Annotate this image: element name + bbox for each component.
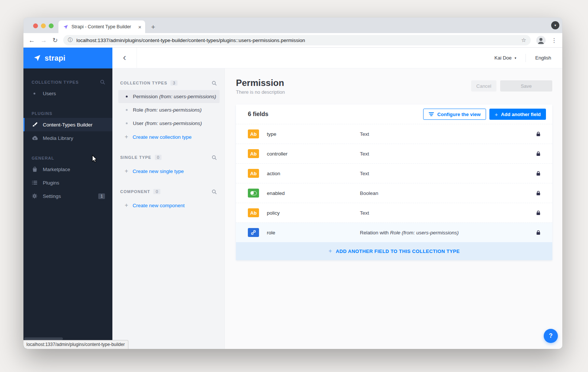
field-type: Text: [360, 171, 536, 176]
add-another-field-button[interactable]: + Add another field: [489, 109, 546, 120]
text-field-icon: Ab: [248, 208, 259, 217]
language-selector[interactable]: English: [535, 55, 551, 61]
reload-icon[interactable]: ↻: [52, 37, 58, 44]
fields-count: 6 fields: [248, 111, 268, 118]
close-tab-icon[interactable]: ×: [138, 24, 141, 30]
subnav-section-label: SINGLE TYPE: [120, 155, 151, 160]
sidebar-item-marketplace[interactable]: Marketplace: [23, 163, 112, 176]
search-icon[interactable]: [212, 81, 217, 86]
plus-icon: +: [125, 202, 128, 208]
field-name: role: [267, 230, 360, 235]
download-status-button[interactable]: ▾: [551, 21, 559, 29]
mouse-cursor: [92, 155, 98, 163]
section-label: GENERAL: [32, 156, 54, 160]
sidebar-item-plugins[interactable]: Plugins: [23, 176, 112, 189]
subnav-item-user[interactable]: User(from: users-permissions): [118, 117, 220, 130]
subnav-item-label: Permission(from: users-permissions): [133, 94, 216, 99]
field-row-controller[interactable]: Ab controller Text: [236, 144, 552, 163]
subnav-item-permission[interactable]: Permission(from: users-permissions): [118, 90, 220, 103]
sidebar-item-users[interactable]: Users: [23, 87, 112, 100]
browser-menu-icon[interactable]: ⋮: [551, 37, 557, 44]
create-link-label: Create new collection type: [132, 134, 191, 140]
subnav-section-label: COLLECTION TYPES: [120, 81, 167, 85]
close-window-button[interactable]: [33, 23, 38, 28]
bullet-icon: [126, 109, 128, 111]
minimize-window-button[interactable]: [41, 23, 46, 28]
back-button[interactable]: ‹: [112, 48, 137, 68]
browser-tab-strip: Strapi - Content Type Builder × + ▾: [23, 17, 562, 33]
field-row-role[interactable]: role Relation with Role (from: users-per…: [236, 222, 552, 242]
strapi-favicon: [63, 24, 68, 30]
bullet-icon: [33, 93, 35, 94]
create-component-link[interactable]: + Create new component: [112, 199, 225, 212]
section-label: COLLECTION TYPES: [32, 80, 79, 84]
search-icon[interactable]: [100, 80, 105, 84]
fields-card: 6 fields Configure the view + Add anothe…: [236, 105, 552, 260]
fields-card-header: 6 fields Configure the view + Add anothe…: [236, 105, 552, 124]
profile-avatar-icon[interactable]: [536, 36, 546, 45]
zoom-window-button[interactable]: [49, 23, 54, 28]
banner-label: ADD ANOTHER FIELD TO THIS COLLECTION TYP…: [336, 248, 460, 254]
browser-toolbar: ← → ↻ ⓘ localhost:1337/admin/plugins/con…: [23, 33, 562, 48]
save-button[interactable]: Save: [500, 80, 552, 92]
search-icon[interactable]: [212, 155, 217, 160]
sidebar-section-collection-types: COLLECTION TYPES Users: [23, 80, 112, 100]
page-subtitle: There is no description: [236, 89, 285, 95]
link-status-bar: localhost:1337/admin/plugins/content-typ…: [23, 340, 128, 349]
field-row-policy[interactable]: Ab policy Text: [236, 203, 552, 222]
bullet-icon: [126, 96, 128, 97]
subnav-section-header: COLLECTION TYPES 3: [112, 80, 225, 86]
shopping-bag-icon: [32, 167, 38, 172]
plus-icon: +: [329, 248, 332, 254]
create-collection-type-link[interactable]: + Create new collection type: [112, 130, 225, 144]
sidebar-item-media-library[interactable]: Media Library: [23, 131, 112, 145]
app-body: COLLECTION TYPES 3 Permission(from: user…: [112, 68, 562, 349]
subnav-section-label: COMPONENT: [120, 189, 150, 194]
sidebar-section-general: GENERAL Marketplace Plugins Settings 1: [23, 156, 112, 203]
field-row-enabled[interactable]: enabled Boolean: [236, 183, 552, 203]
search-icon[interactable]: [212, 189, 217, 194]
configure-view-label: Configure the view: [437, 112, 480, 117]
back-icon[interactable]: ←: [29, 37, 35, 44]
configure-view-button[interactable]: Configure the view: [423, 109, 486, 120]
list-icon: [32, 180, 38, 185]
bullet-icon: [126, 122, 128, 124]
subnav-section-header: SINGLE TYPE 0: [112, 155, 225, 160]
field-row-type[interactable]: Ab type Text: [236, 124, 552, 144]
field-name: type: [267, 131, 360, 137]
strapi-logo-icon: [33, 54, 41, 62]
sidebar-scrollbar[interactable]: [24, 337, 63, 340]
tab-title: Strapi - Content Type Builder: [71, 24, 135, 29]
add-field-banner[interactable]: + ADD ANOTHER FIELD TO THIS COLLECTION T…: [236, 242, 552, 260]
strapi-logo[interactable]: strapi: [23, 48, 112, 68]
sidebar-item-settings[interactable]: Settings 1: [23, 189, 112, 203]
sidebar-item-content-types-builder[interactable]: Content-Types Builder: [23, 118, 112, 131]
browser-tab[interactable]: Strapi - Content Type Builder ×: [58, 20, 145, 33]
browser-window: Strapi - Content Type Builder × + ▾ ← → …: [23, 17, 562, 349]
count-badge: 3: [170, 80, 177, 86]
sidebar-section-header: PLUGINS: [23, 111, 112, 116]
sliders-icon: [429, 112, 434, 116]
plus-icon: +: [125, 134, 128, 140]
sidebar-item-label: Settings: [43, 193, 61, 199]
url-text[interactable]: localhost:1337/admin/plugins/content-typ…: [76, 38, 517, 43]
count-badge: 0: [155, 155, 162, 160]
info-icon[interactable]: ⓘ: [68, 37, 73, 44]
field-type: Text: [360, 151, 536, 157]
page-actions: Cancel Save: [471, 80, 552, 92]
bookmark-star-icon[interactable]: ☆: [521, 37, 526, 44]
forward-icon[interactable]: →: [41, 37, 47, 44]
address-bar[interactable]: ⓘ localhost:1337/admin/plugins/content-t…: [63, 35, 531, 45]
lock-icon: [536, 132, 540, 137]
subnav-collection-types: COLLECTION TYPES 3 Permission(from: user…: [112, 80, 225, 144]
new-tab-button[interactable]: +: [151, 23, 155, 31]
header-divider: [525, 54, 526, 62]
subnav-item-role[interactable]: Role(from: users-permissions): [118, 103, 220, 116]
cancel-button[interactable]: Cancel: [471, 80, 496, 92]
app-header: ‹ Kai Doe ▾ English: [112, 48, 562, 68]
field-row-action[interactable]: Ab action Text: [236, 163, 552, 183]
help-button[interactable]: ?: [544, 329, 558, 343]
user-menu[interactable]: Kai Doe ▾: [495, 55, 517, 61]
plus-icon: +: [125, 168, 128, 174]
create-single-type-link[interactable]: + Create new single type: [112, 164, 225, 178]
